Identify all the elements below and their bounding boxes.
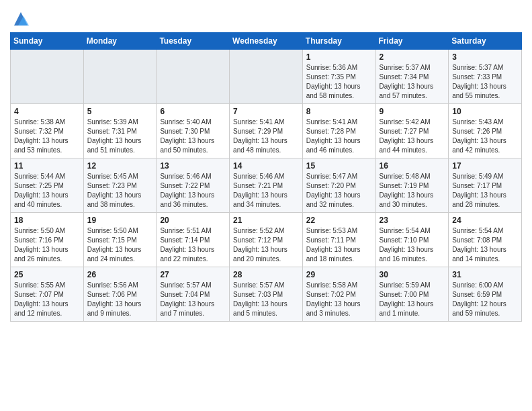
calendar-cell: 19Sunrise: 5:50 AMSunset: 7:15 PMDayligh… xyxy=(83,213,157,267)
day-number: 14 xyxy=(233,161,299,171)
calendar-cell: 31Sunrise: 6:00 AMSunset: 6:59 PMDayligh… xyxy=(449,267,522,322)
logo-icon xyxy=(11,9,30,28)
day-of-week-header: Monday xyxy=(83,33,157,50)
day-number: 10 xyxy=(452,107,518,116)
day-info: Sunrise: 5:59 AMSunset: 7:00 PMDaylight:… xyxy=(380,281,445,318)
calendar-cell: 6Sunrise: 5:40 AMSunset: 7:30 PMDaylight… xyxy=(157,104,230,158)
day-number: 8 xyxy=(306,107,372,116)
day-number: 19 xyxy=(87,216,153,225)
day-number: 22 xyxy=(306,216,372,225)
day-number: 25 xyxy=(14,270,80,279)
calendar-cell: 7Sunrise: 5:41 AMSunset: 7:29 PMDaylight… xyxy=(230,104,303,158)
day-info: Sunrise: 5:38 AMSunset: 7:32 PMDaylight:… xyxy=(14,118,80,155)
calendar-header: SundayMondayTuesdayWednesdayThursdayFrid… xyxy=(11,33,522,50)
calendar-cell: 29Sunrise: 5:58 AMSunset: 7:02 PMDayligh… xyxy=(302,267,375,322)
calendar-cell: 1Sunrise: 5:36 AMSunset: 7:35 PMDaylight… xyxy=(302,50,375,104)
calendar-week-row: 4Sunrise: 5:38 AMSunset: 7:32 PMDaylight… xyxy=(11,104,522,158)
day-number: 30 xyxy=(380,270,445,279)
day-info: Sunrise: 5:36 AMSunset: 7:35 PMDaylight:… xyxy=(306,63,372,101)
day-number: 27 xyxy=(160,270,226,279)
calendar-cell: 25Sunrise: 5:55 AMSunset: 7:07 PMDayligh… xyxy=(11,267,84,322)
calendar-cell: 16Sunrise: 5:48 AMSunset: 7:19 PMDayligh… xyxy=(375,158,449,213)
page-header xyxy=(10,7,522,28)
calendar-cell: 22Sunrise: 5:53 AMSunset: 7:11 PMDayligh… xyxy=(302,213,375,267)
calendar-cell: 12Sunrise: 5:45 AMSunset: 7:23 PMDayligh… xyxy=(83,158,157,213)
day-info: Sunrise: 5:37 AMSunset: 7:33 PMDaylight:… xyxy=(452,63,518,101)
calendar-cell: 24Sunrise: 5:54 AMSunset: 7:08 PMDayligh… xyxy=(449,213,522,267)
day-info: Sunrise: 5:52 AMSunset: 7:12 PMDaylight:… xyxy=(233,226,299,264)
day-info: Sunrise: 5:40 AMSunset: 7:30 PMDaylight:… xyxy=(160,118,226,155)
day-of-week-header: Saturday xyxy=(449,33,522,50)
day-info: Sunrise: 5:50 AMSunset: 7:15 PMDaylight:… xyxy=(87,226,153,264)
day-info: Sunrise: 5:46 AMSunset: 7:22 PMDaylight:… xyxy=(160,172,226,210)
calendar-cell: 30Sunrise: 5:59 AMSunset: 7:00 PMDayligh… xyxy=(375,267,449,322)
day-info: Sunrise: 5:46 AMSunset: 7:21 PMDaylight:… xyxy=(233,172,299,210)
calendar-cell: 27Sunrise: 5:57 AMSunset: 7:04 PMDayligh… xyxy=(157,267,230,322)
calendar-cell: 11Sunrise: 5:44 AMSunset: 7:25 PMDayligh… xyxy=(11,158,84,213)
day-info: Sunrise: 5:41 AMSunset: 7:28 PMDaylight:… xyxy=(306,118,372,155)
calendar-cell: 9Sunrise: 5:42 AMSunset: 7:27 PMDaylight… xyxy=(375,104,449,158)
day-info: Sunrise: 5:51 AMSunset: 7:14 PMDaylight:… xyxy=(160,226,226,264)
calendar-cell: 26Sunrise: 5:56 AMSunset: 7:06 PMDayligh… xyxy=(83,267,157,322)
day-of-week-header: Friday xyxy=(375,33,449,50)
calendar-cell: 13Sunrise: 5:46 AMSunset: 7:22 PMDayligh… xyxy=(157,158,230,213)
calendar-cell: 18Sunrise: 5:50 AMSunset: 7:16 PMDayligh… xyxy=(11,213,84,267)
day-info: Sunrise: 5:45 AMSunset: 7:23 PMDaylight:… xyxy=(87,172,153,210)
calendar-table: SundayMondayTuesdayWednesdayThursdayFrid… xyxy=(10,32,522,322)
day-info: Sunrise: 5:48 AMSunset: 7:19 PMDaylight:… xyxy=(380,172,445,210)
day-info: Sunrise: 5:58 AMSunset: 7:02 PMDaylight:… xyxy=(306,281,372,318)
calendar-week-row: 11Sunrise: 5:44 AMSunset: 7:25 PMDayligh… xyxy=(11,158,522,213)
day-number: 11 xyxy=(14,161,80,171)
calendar-cell: 4Sunrise: 5:38 AMSunset: 7:32 PMDaylight… xyxy=(11,104,84,158)
day-number: 21 xyxy=(233,216,299,225)
calendar-cell xyxy=(157,50,230,104)
calendar-cell: 10Sunrise: 5:43 AMSunset: 7:26 PMDayligh… xyxy=(449,104,522,158)
day-number: 23 xyxy=(380,216,445,225)
day-info: Sunrise: 5:39 AMSunset: 7:31 PMDaylight:… xyxy=(87,118,153,155)
day-info: Sunrise: 5:44 AMSunset: 7:25 PMDaylight:… xyxy=(14,172,80,210)
day-of-week-header: Sunday xyxy=(11,33,84,50)
day-info: Sunrise: 5:41 AMSunset: 7:29 PMDaylight:… xyxy=(233,118,299,155)
calendar-week-row: 25Sunrise: 5:55 AMSunset: 7:07 PMDayligh… xyxy=(11,267,522,322)
day-info: Sunrise: 5:54 AMSunset: 7:08 PMDaylight:… xyxy=(452,226,518,264)
day-of-week-header: Thursday xyxy=(302,33,375,50)
day-info: Sunrise: 5:50 AMSunset: 7:16 PMDaylight:… xyxy=(14,226,80,264)
calendar-cell: 17Sunrise: 5:49 AMSunset: 7:17 PMDayligh… xyxy=(449,158,522,213)
calendar-cell xyxy=(83,50,157,104)
day-number: 24 xyxy=(452,216,518,225)
day-info: Sunrise: 5:54 AMSunset: 7:10 PMDaylight:… xyxy=(380,226,445,264)
calendar-cell: 23Sunrise: 5:54 AMSunset: 7:10 PMDayligh… xyxy=(375,213,449,267)
calendar-cell: 15Sunrise: 5:47 AMSunset: 7:20 PMDayligh… xyxy=(302,158,375,213)
day-number: 6 xyxy=(160,107,226,116)
day-info: Sunrise: 5:47 AMSunset: 7:20 PMDaylight:… xyxy=(306,172,372,210)
day-number: 15 xyxy=(306,161,372,171)
calendar-cell: 5Sunrise: 5:39 AMSunset: 7:31 PMDaylight… xyxy=(83,104,157,158)
day-info: Sunrise: 5:57 AMSunset: 7:04 PMDaylight:… xyxy=(160,281,226,318)
calendar-cell: 21Sunrise: 5:52 AMSunset: 7:12 PMDayligh… xyxy=(230,213,303,267)
calendar-cell: 14Sunrise: 5:46 AMSunset: 7:21 PMDayligh… xyxy=(230,158,303,213)
day-number: 9 xyxy=(380,107,445,116)
calendar-cell xyxy=(230,50,303,104)
day-number: 28 xyxy=(233,270,299,279)
day-number: 26 xyxy=(87,270,153,279)
day-number: 18 xyxy=(14,216,80,225)
day-number: 17 xyxy=(452,161,518,171)
day-number: 4 xyxy=(14,107,80,116)
day-info: Sunrise: 5:42 AMSunset: 7:27 PMDaylight:… xyxy=(380,118,445,155)
day-info: Sunrise: 5:37 AMSunset: 7:34 PMDaylight:… xyxy=(380,63,445,101)
day-of-week-header: Tuesday xyxy=(157,33,230,50)
calendar-week-row: 18Sunrise: 5:50 AMSunset: 7:16 PMDayligh… xyxy=(11,213,522,267)
day-info: Sunrise: 5:56 AMSunset: 7:06 PMDaylight:… xyxy=(87,281,153,318)
day-info: Sunrise: 5:57 AMSunset: 7:03 PMDaylight:… xyxy=(233,281,299,318)
day-info: Sunrise: 5:43 AMSunset: 7:26 PMDaylight:… xyxy=(452,118,518,155)
day-info: Sunrise: 6:00 AMSunset: 6:59 PMDaylight:… xyxy=(452,281,518,318)
calendar-cell: 2Sunrise: 5:37 AMSunset: 7:34 PMDaylight… xyxy=(375,50,449,104)
calendar-week-row: 1Sunrise: 5:36 AMSunset: 7:35 PMDaylight… xyxy=(11,50,522,104)
logo xyxy=(10,9,30,28)
day-number: 2 xyxy=(380,52,445,62)
calendar-cell: 28Sunrise: 5:57 AMSunset: 7:03 PMDayligh… xyxy=(230,267,303,322)
day-number: 1 xyxy=(306,52,372,62)
calendar-cell: 3Sunrise: 5:37 AMSunset: 7:33 PMDaylight… xyxy=(449,50,522,104)
day-number: 5 xyxy=(87,107,153,116)
day-number: 20 xyxy=(160,216,226,225)
